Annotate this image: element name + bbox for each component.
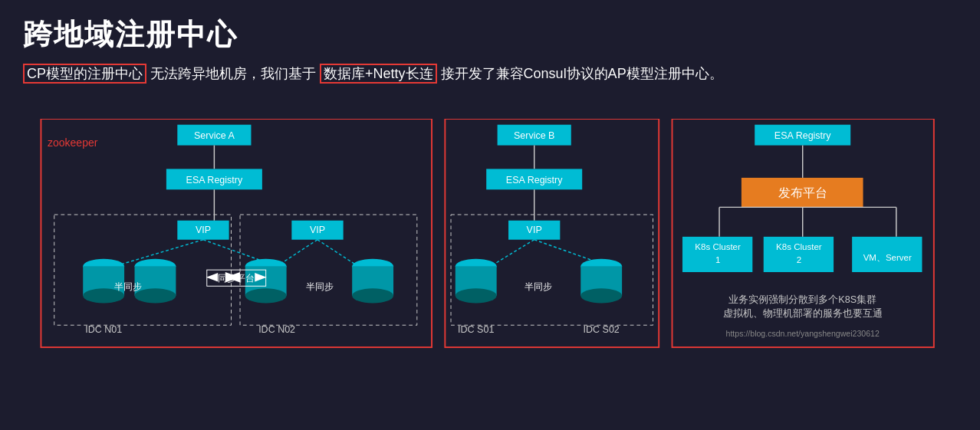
lp-sync1-label: 半同步 (114, 282, 142, 291)
svg-point-21 (245, 288, 287, 303)
k8s1-num: 1 (715, 255, 720, 264)
page-container: 跨地域注册中心 CP模型的注册中心 无法跨异地机房，我们基于 数据库+Netty… (0, 0, 980, 430)
subtitle: CP模型的注册中心 无法跨异地机房，我们基于 数据库+Netty长连 接开发了兼… (23, 64, 957, 84)
idc-s01-label: IDC S01 (458, 324, 494, 335)
svg-point-42 (455, 288, 497, 303)
lp-sync2-label: 半同步 (306, 282, 334, 291)
k8s2-num: 2 (797, 255, 801, 264)
diagram-wrapper: Service A ESA Registry VIP (23, 119, 957, 406)
subtitle-part2: 无法跨异地机房，我们基于 (150, 66, 316, 81)
subtitle-part4: 接开发了兼容Consul协议的AP模型注册中心。 (441, 66, 723, 81)
service-b-label: Service B (514, 130, 555, 141)
rp-bottom1: 业务实例强制分散到多个K8S集群 (728, 294, 876, 305)
svg-point-45 (580, 288, 622, 303)
service-a-label: Service A (194, 130, 235, 141)
svg-marker-29 (206, 273, 218, 282)
svg-line-18 (317, 240, 358, 267)
csdn-link: https://blog.csdn.net/yangshengwei230612 (726, 329, 880, 338)
rp-bottom2: 虚拟机、物理机部署的服务也要互通 (723, 308, 883, 319)
rp-publish-label: 发布平台 (778, 185, 827, 199)
idc-n02-label: IDC N02 (258, 324, 295, 335)
highlight-db: 数据库+Netty长连 (320, 64, 437, 84)
lp-vip-label: VIP (196, 225, 211, 235)
vm-server-label: VM、Server (863, 253, 912, 262)
idc-n01-label: IDC N01 (85, 324, 122, 335)
highlight-cp: CP模型的注册中心 (23, 64, 146, 84)
idc-s02-label: IDC S02 (584, 324, 620, 335)
lp-vip2-label: VIP (310, 225, 325, 235)
page-title: 跨地域注册中心 (23, 15, 957, 54)
svg-line-38 (491, 240, 534, 267)
rp-esa-label: ESA Registry (774, 130, 831, 141)
sync-platform-label: 同步平台 (218, 274, 255, 283)
mp-esa-label: ESA Registry (506, 175, 563, 185)
mp-sync-label: 半同步 (525, 282, 552, 291)
lp-esa-label: ESA Registry (186, 175, 243, 185)
k8s2-label: K8s Cluster (776, 242, 822, 251)
svg-point-24 (352, 288, 393, 303)
svg-rect-0 (41, 119, 432, 347)
diagram-svg: Service A ESA Registry VIP (23, 119, 957, 406)
mp-vip-label: VIP (527, 225, 542, 235)
k8s1-label: K8s Cluster (695, 242, 741, 251)
